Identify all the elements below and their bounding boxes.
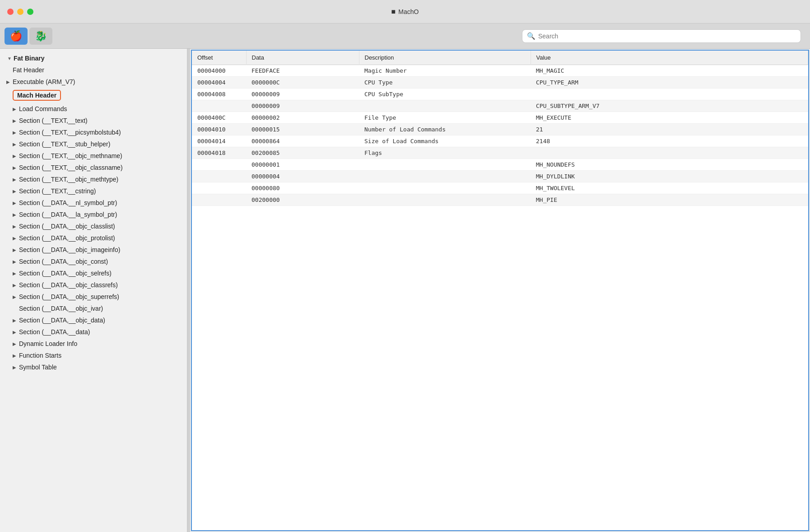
cell-data: 00000001 [246,159,359,171]
maximize-button[interactable] [27,9,33,15]
cell-offset: 00004004 [192,77,246,89]
expand-icon: ▶ [13,189,19,194]
cell-offset: 00004008 [192,89,246,100]
expand-icon: ▶ [13,212,19,217]
cell-data: 00200085 [246,147,359,159]
sidebar-item-section-data-objc-const[interactable]: ▶ Section (__DATA,__objc_const) [0,256,187,267]
sidebar-label: Symbol Table [19,364,57,371]
table-row[interactable]: 00004008 00000009 CPU SubType [192,89,808,100]
sidebar-item-function-starts[interactable]: ▶ Function Starts [0,350,187,361]
tab-1-icon: 🍎 [10,30,22,42]
tab-2-icon: 🐉 [35,30,47,42]
sidebar-label: Section (__TEXT,__stub_helper) [19,140,110,148]
expand-icon: ▶ [6,79,13,84]
expand-icon: ▶ [13,142,19,147]
sidebar-item-section-data-objc-data[interactable]: ▶ Section (__DATA,__objc_data) [0,314,187,326]
cell-offset: 00004010 [192,124,246,135]
sidebar-item-symbol-table[interactable]: ▶ Symbol Table [0,361,187,373]
expand-icon: ▶ [13,283,19,288]
table-row[interactable]: 00004010 00000015 Number of Load Command… [192,124,808,135]
sidebar-item-dynamic-loader-info[interactable]: ▶ Dynamic Loader Info [0,338,187,350]
sidebar-item-section-text-cstring[interactable]: ▶ Section (__TEXT,__cstring) [0,185,187,197]
col-header-description: Description [359,51,531,65]
sidebar-item-mach-header[interactable]: Mach Header [0,88,187,103]
close-button[interactable] [7,9,14,15]
cell-offset: 00004018 [192,147,246,159]
sidebar-item-section-data-objc-protolist[interactable]: ▶ Section (__DATA,__objc_protolist) [0,232,187,244]
sidebar-item-section-text-objc-methtype[interactable]: ▶ Section (__TEXT,__objc_methtype) [0,173,187,185]
sidebar-item-fat-binary[interactable]: ▼ Fat Binary [0,52,187,64]
cell-value: 2148 [531,135,808,147]
sidebar-item-section-text-stub-helper[interactable]: ▶ Section (__TEXT,__stub_helper) [0,138,187,150]
sidebar-label: Executable (ARM_V7) [13,78,75,85]
sidebar-item-executable-arm[interactable]: ▶ Executable (ARM_V7) [0,76,187,88]
sidebar-item-section-text-objc-classname[interactable]: ▶ Section (__TEXT,__objc_classname) [0,162,187,173]
expand-icon: ▶ [13,353,19,358]
expand-icon: ▶ [13,236,19,241]
expand-fat-binary-icon: ▼ [7,56,14,61]
search-container: 🔍 [522,29,801,43]
window-title: ■ MachO [391,8,419,16]
cell-data: 0000000C [246,77,359,89]
sidebar-item-load-commands[interactable]: ▶ Load Commands [0,103,187,115]
cell-value [531,147,808,159]
table-row[interactable]: 00200000 MH_PIE [192,194,808,206]
table-row[interactable]: 00004014 00000864 Size of Load Commands … [192,135,808,147]
sidebar-item-section-data-objc-imageinfo[interactable]: ▶ Section (__DATA,__objc_imageinfo) [0,244,187,256]
sidebar-label: Section (__TEXT,__objc_classname) [19,164,123,171]
cell-description: Magic Number [359,65,531,77]
table-row[interactable]: 00004004 0000000C CPU Type CPU_TYPE_ARM [192,77,808,89]
sidebar-item-section-data-nl-symbol-ptr[interactable]: ▶ Section (__DATA,__nl_symbol_ptr) [0,197,187,209]
table-row[interactable]: 00000080 MH_TWOLEVEL [192,182,808,194]
expand-icon: ▶ [13,365,19,370]
cell-description: CPU Type [359,77,531,89]
main-area: ▼ Fat Binary Fat Header ▶ Executable (AR… [0,49,810,532]
table-row[interactable]: 00000001 MH_NOUNDEFS [192,159,808,171]
expand-icon: ▶ [13,130,19,135]
cell-description: Size of Load Commands [359,135,531,147]
col-header-data: Data [246,51,359,65]
sidebar-splitter[interactable] [187,49,190,532]
sidebar-item-section-text-text[interactable]: ▶ Section (__TEXT,__text) [0,115,187,126]
sidebar-item-section-data-objc-classlist[interactable]: ▶ Section (__DATA,__objc_classlist) [0,220,187,232]
cell-value: MH_TWOLEVEL [531,182,808,194]
expand-icon: ▶ [13,318,19,323]
title-text: MachO [398,8,419,15]
sidebar-item-section-data-la-symbol-ptr[interactable]: ▶ Section (__DATA,__la_symbol_ptr) [0,209,187,220]
cell-description: Flags [359,147,531,159]
expand-icon: ▶ [13,294,19,299]
col-header-offset: Offset [192,51,246,65]
cell-data: FEEDFACE [246,65,359,77]
sidebar-item-section-text-objc-methname[interactable]: ▶ Section (__TEXT,__objc_methname) [0,150,187,162]
cell-offset: 00004000 [192,65,246,77]
cell-offset [192,100,246,112]
cell-value: MH_DYLDLINK [531,171,808,182]
sidebar-label: Section (__DATA,__objc_selrefs) [19,270,112,277]
sidebar-item-section-data-objc-selrefs[interactable]: ▶ Section (__DATA,__objc_selrefs) [0,267,187,279]
cell-data: 00000864 [246,135,359,147]
sidebar-label: Section (__TEXT,__cstring) [19,187,96,195]
table-row[interactable]: 00000009 CPU_SUBTYPE_ARM_V7 [192,100,808,112]
sidebar-item-section-data-objc-classrefs[interactable]: ▶ Section (__DATA,__objc_classrefs) [0,279,187,291]
sidebar-label: Section (__DATA,__objc_protolist) [19,234,115,242]
table-row[interactable]: 0000400C 00000002 File Type MH_EXECUTE [192,112,808,124]
cell-value: CPU_TYPE_ARM [531,77,808,89]
expand-icon: ▶ [13,107,19,112]
search-input[interactable] [538,33,796,40]
sidebar-label: Load Commands [19,105,67,112]
table-row[interactable]: 00000004 MH_DYLDLINK [192,171,808,182]
cell-data: 00000009 [246,89,359,100]
sidebar-item-section-data-objc-superrefs[interactable]: ▶ Section (__DATA,__objc_superrefs) [0,291,187,303]
tab-1[interactable]: 🍎 [5,28,28,45]
sidebar-item-fat-header[interactable]: Fat Header [0,64,187,76]
table-row[interactable]: 00004000 FEEDFACE Magic Number MH_MAGIC [192,65,808,77]
expand-icon: ▶ [13,271,19,276]
titlebar: ■ MachO [0,0,810,23]
minimize-button[interactable] [17,9,23,15]
tab-2[interactable]: 🐉 [29,28,52,45]
sidebar-item-section-data-objc-ivar[interactable]: Section (__DATA,__objc_ivar) [0,303,187,314]
sidebar-item-section-data-data[interactable]: ▶ Section (__DATA,__data) [0,326,187,338]
search-icon: 🔍 [527,32,535,40]
table-row[interactable]: 00004018 00200085 Flags [192,147,808,159]
sidebar-item-section-text-picsymbolstub4[interactable]: ▶ Section (__TEXT,__picsymbolstub4) [0,126,187,138]
